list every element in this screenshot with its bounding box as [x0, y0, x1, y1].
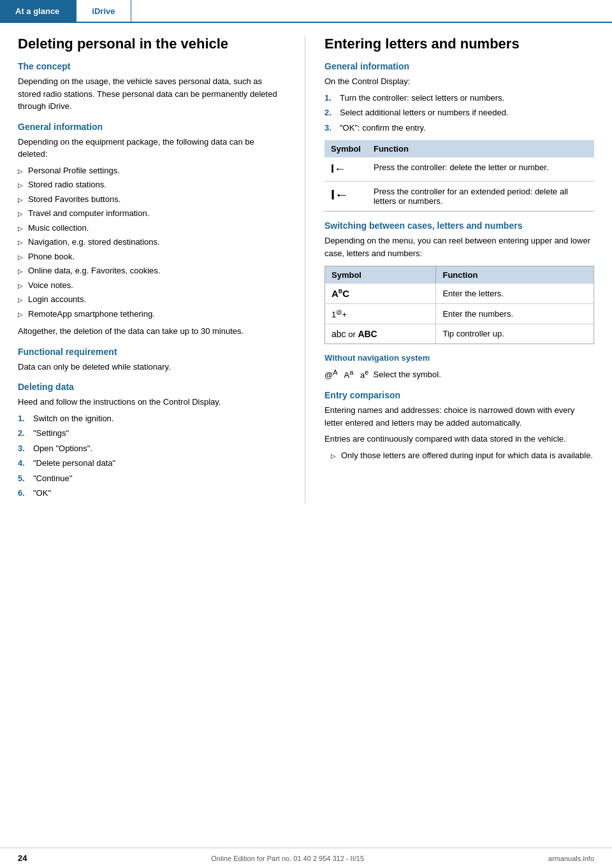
nav-tab-idrive[interactable]: iDrive	[75, 0, 131, 22]
general-info-footer: Altogether, the deletion of the data can…	[18, 325, 286, 338]
entry-comparison-bullet-text: Only those letters are offered during in…	[341, 449, 593, 462]
nav-symbol-1: @A	[324, 370, 337, 380]
delete-symbol-1: I←	[331, 163, 346, 176]
switch-table: Symbol Function ABC Enter the letters. 1…	[324, 266, 594, 344]
list-item: ▷Voice notes.	[18, 279, 286, 292]
abc-symbol: ABC	[332, 288, 349, 299]
functional-req-heading: Functional requirement	[18, 347, 286, 357]
bullet-arrow: ▷	[18, 238, 23, 247]
function-cell: Press the controller: delete the letter …	[367, 157, 594, 182]
bullet-arrow: ▷	[18, 310, 23, 319]
bullet-arrow: ▷	[18, 224, 23, 233]
nav-symbols-text: @A Aa ae Select the symbol.	[324, 366, 594, 381]
list-item: ▷RemoteApp smartphone tethering.	[18, 308, 286, 321]
list-item: 1.Switch on the ignition.	[18, 412, 286, 425]
symbol-cell: 1@+	[325, 304, 436, 324]
right-general-info-steps: 1.Turn the controller: select letters or…	[324, 92, 594, 134]
table-row: abc or ABC Tip controller up.	[325, 324, 594, 344]
nav-tab-at-a-glance-label: At a glance	[15, 6, 59, 16]
bullet-arrow: ▷	[18, 166, 23, 176]
nav-tab-at-a-glance[interactable]: At a glance	[0, 0, 75, 22]
abc-upper-symbol: ABC	[358, 329, 377, 339]
left-page-title: Deleting personal in the vehicle	[18, 36, 286, 52]
bullet-arrow: ▷	[18, 252, 23, 262]
bullet-arrow: ▷	[18, 180, 23, 190]
entry-comparison-para1: Entering names and addresses: choice is …	[324, 404, 594, 429]
footer-brand: armanuals.info	[548, 855, 594, 862]
function-cell: Tip controller up.	[436, 324, 594, 344]
concept-text: Depending on the usage, the vehicle save…	[18, 75, 286, 113]
page-footer: 24 Online Edition for Part no. 01 40 2 9…	[0, 848, 612, 868]
concept-heading: The concept	[18, 61, 286, 71]
switching-text: Depending on the menu, you can reel betw…	[324, 235, 594, 259]
top-navigation: At a glance iDrive	[0, 0, 612, 23]
function-cell: Enter the letters.	[436, 284, 594, 304]
nav-symbol-3: ae	[360, 370, 368, 380]
num-symbol: 1@+	[332, 310, 347, 319]
left-general-info-heading: General information	[18, 122, 286, 132]
list-item: 1.Turn the controller: select letters or…	[324, 92, 594, 105]
list-item: ▷Travel and computer information.	[18, 207, 286, 220]
nav-symbol-2: Aa	[344, 370, 354, 380]
right-page-title: Entering letters and numbers	[324, 36, 594, 52]
nav-symbol-label: Select the symbol.	[374, 370, 441, 380]
list-item: 4."Delete personal data"	[18, 457, 286, 470]
right-general-info-heading: General information	[324, 61, 594, 71]
symbol-cell: abc or ABC	[325, 324, 436, 344]
entry-comparison-heading: Entry comparison	[324, 390, 594, 400]
without-nav-heading: Without navigation system	[324, 352, 594, 365]
functional-req-text: Data can only be deleted while stationar…	[18, 361, 286, 373]
bullet-arrow: ▷	[18, 281, 23, 291]
list-item: ▷Online data, e.g. Favorites, cookies.	[18, 264, 286, 277]
list-item: ▷Stored radio stations.	[18, 178, 286, 191]
symbol-cell: I←	[324, 182, 367, 212]
entry-comparison-para2: Entries are continuously compared with d…	[324, 433, 594, 445]
switch-col2: Function	[436, 266, 594, 284]
list-item: 6."OK"	[18, 487, 286, 500]
switching-heading: Switching between cases, letters and num…	[324, 221, 594, 231]
entry-comparison-bullet: ▷ Only those letters are offered during …	[331, 449, 594, 462]
list-item: 5."Continue"	[18, 472, 286, 485]
main-content: Deleting personal in the vehicle The con…	[0, 23, 612, 516]
symbol-table-col2: Function	[367, 140, 594, 157]
table-row: ABC Enter the letters.	[325, 284, 594, 304]
list-item: 3.Open "Options".	[18, 442, 286, 455]
list-item: ▷Login accounts.	[18, 293, 286, 306]
list-item: ▷Music collection.	[18, 222, 286, 235]
nav-tab-idrive-label: iDrive	[92, 6, 115, 16]
list-item: ▷Stored Favorites buttons.	[18, 193, 286, 206]
list-item: 2."Settings"	[18, 427, 286, 440]
bullet-arrow: ▷	[331, 451, 336, 461]
left-general-info-text: Depending on the equipment package, the …	[18, 136, 286, 161]
list-item: 2.Select additional letters or numbers i…	[324, 106, 594, 119]
left-column: Deleting personal in the vehicle The con…	[18, 36, 286, 503]
list-item: ▷Phone book.	[18, 250, 286, 263]
delete-symbol-2: I←	[331, 187, 349, 203]
list-item: ▷Navigation, e.g. stored destinations.	[18, 236, 286, 249]
bullet-arrow: ▷	[18, 266, 23, 276]
symbol-table-col1: Symbol	[324, 140, 367, 157]
switch-col1: Symbol	[325, 266, 436, 284]
list-item: 3."OK": confirm the entry.	[324, 122, 594, 134]
function-cell: Enter the numbers.	[436, 304, 594, 324]
bullet-arrow: ▷	[18, 209, 23, 219]
symbol-table: Symbol Function I← Press the controller:…	[324, 140, 594, 212]
right-column: Entering letters and numbers General inf…	[324, 36, 594, 503]
right-general-info-intro: On the Control Display:	[324, 75, 594, 88]
footer-copyright: Online Edition for Part no. 01 40 2 954 …	[211, 855, 364, 862]
table-row: 1@+ Enter the numbers.	[325, 304, 594, 324]
table-row: I← Press the controller: delete the lett…	[324, 157, 594, 182]
symbol-cell: ABC	[325, 284, 436, 304]
deleting-data-steps: 1.Switch on the ignition. 2."Settings" 3…	[18, 412, 286, 500]
function-cell: Press the controller for an extended per…	[367, 182, 594, 212]
page-number: 24	[18, 853, 27, 863]
symbol-cell: I←	[324, 157, 367, 182]
bullet-arrow: ▷	[18, 295, 23, 305]
deleting-data-intro: Heed and follow the instructions on the …	[18, 396, 286, 409]
general-info-bullets: ▷Personal Profile settings. ▷Stored radi…	[18, 164, 286, 321]
list-item: ▷Personal Profile settings.	[18, 164, 286, 177]
abc-lower-symbol: abc	[332, 329, 346, 339]
table-row: I← Press the controller for an extended …	[324, 182, 594, 212]
bullet-arrow: ▷	[18, 195, 23, 205]
column-divider	[305, 36, 305, 503]
